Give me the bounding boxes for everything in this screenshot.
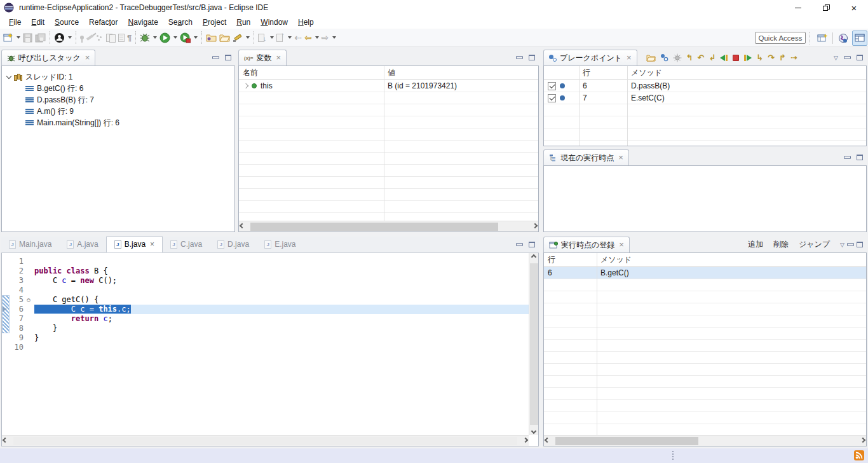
registration-close-icon[interactable]: × [619, 241, 624, 249]
resume-icon[interactable] [743, 52, 752, 64]
open-folder-icon[interactable] [646, 52, 656, 64]
new-dropdown[interactable] [17, 36, 20, 41]
open-perspective-icon[interactable] [815, 31, 830, 46]
step-return-icon[interactable]: ↱ [779, 52, 786, 64]
run-icon[interactable] [158, 30, 172, 45]
variables-maximize[interactable] [529, 55, 535, 60]
debug-dropdown[interactable] [153, 36, 157, 41]
debug-perspective-icon[interactable] [852, 31, 867, 46]
editor-maximize[interactable] [529, 242, 535, 247]
menu-file[interactable]: File [4, 17, 26, 28]
menu-refactor[interactable]: Refactor [84, 17, 123, 28]
breakpoint-row[interactable]: 7 E.setC(C) [544, 92, 866, 104]
marker-pen-icon[interactable] [231, 30, 244, 45]
registration-hscrollbar[interactable] [544, 435, 866, 446]
registration-maximize[interactable] [857, 242, 863, 247]
variables-close-icon[interactable]: × [276, 54, 281, 62]
show-whitespace-icon[interactable]: ¶ [126, 30, 133, 45]
external-tools-dropdown[interactable] [194, 36, 198, 41]
close-button[interactable]: × [840, 0, 868, 15]
step-back-return-icon[interactable]: ↲ [709, 52, 715, 64]
editor-tab-b-java[interactable]: J B.java × [106, 236, 163, 252]
variables-col-name[interactable]: 名前 [239, 67, 384, 78]
menu-run[interactable]: Run [231, 17, 255, 28]
java-perspective-icon[interactable] [836, 31, 851, 46]
menu-project[interactable]: Project [198, 17, 231, 28]
stack-frame-row[interactable]: D.passB(B) 行: 7 [2, 94, 234, 106]
run-dropdown[interactable] [173, 36, 177, 41]
code-lines[interactable]: 12public class B {3 C c = new C();45⊖ C … [2, 253, 529, 352]
current-point-tab[interactable]: 現在の実行時点 × [543, 149, 629, 165]
editor-tab-e-java[interactable]: J E.java [257, 236, 303, 252]
code-area[interactable]: 12public class B {3 C c = new C();45⊖ C … [2, 253, 529, 435]
call-stack-close-icon[interactable]: × [85, 54, 90, 62]
variables-minimize[interactable] [516, 56, 523, 59]
jump-button[interactable]: ジャンプ [795, 239, 834, 250]
debug-icon[interactable] [139, 30, 151, 45]
editor-tab-a-java[interactable]: J A.java [59, 236, 105, 252]
variables-tab[interactable]: (x)= 変数 × [238, 50, 287, 66]
user-account-icon[interactable] [53, 30, 66, 45]
feed-icon[interactable] [854, 450, 864, 460]
step-next-icon[interactable]: ⇢ [790, 52, 797, 64]
breakpoint-checkbox[interactable] [548, 82, 556, 90]
expander-open-icon[interactable] [6, 73, 11, 78]
skip-all-breakpoints-icon[interactable] [660, 52, 668, 64]
editor-hscrollbar[interactable] [2, 435, 529, 446]
trace-debug-icon[interactable] [673, 52, 682, 64]
external-tools-run-icon[interactable] [179, 30, 192, 45]
menu-window[interactable]: Window [255, 17, 293, 28]
variables-col-value[interactable]: 値 [384, 67, 395, 78]
registration-minimize[interactable] [847, 243, 854, 246]
add-button[interactable]: 追加 [744, 239, 767, 250]
back-icon[interactable]: ⇦ [303, 30, 313, 45]
delete-button[interactable]: 削除 [770, 239, 792, 250]
breakpoint-row[interactable]: 6 D.passB(B) [544, 80, 866, 92]
editor-tab-close-icon[interactable]: × [150, 240, 154, 249]
menu-edit[interactable]: Edit [26, 17, 50, 28]
variables-hscrollbar[interactable] [239, 221, 538, 232]
stack-frame-row[interactable]: Main.main(String[]) 行: 6 [2, 117, 234, 128]
menu-navigate[interactable]: Navigate [123, 17, 163, 28]
breakpoint-checkbox[interactable] [548, 94, 556, 102]
expander-closed-icon[interactable] [243, 83, 248, 88]
breakpoints-maximize[interactable] [857, 55, 863, 60]
quick-access-box[interactable]: Quick Access [755, 32, 806, 44]
registration-view-menu-icon[interactable]: ▽ [840, 242, 844, 248]
registration-row[interactable]: 6 B.getC() [544, 267, 866, 279]
registration-tab[interactable]: 実行時点の登録 × [543, 237, 630, 252]
current-point-close-icon[interactable]: × [618, 154, 623, 162]
call-stack-maximize[interactable] [225, 55, 231, 60]
terminate-icon[interactable] [733, 52, 739, 64]
breakpoints-view-menu-icon[interactable]: ▽ [834, 55, 838, 61]
menu-search[interactable]: Search [163, 17, 198, 28]
open-resource-icon[interactable] [218, 30, 231, 45]
backward-resume-icon[interactable] [720, 52, 728, 64]
editor-tab-main-java[interactable]: J Main.java [1, 236, 59, 252]
registration-col-line[interactable]: 行 [544, 254, 597, 265]
step-back-into-icon[interactable]: ↰ [686, 52, 693, 64]
editor-minimize[interactable] [516, 243, 523, 246]
new-wizard-icon[interactable] [2, 30, 15, 45]
editor-vscrollbar[interactable] [529, 253, 538, 435]
menu-source[interactable]: Source [50, 17, 84, 28]
drag-handle[interactable] [672, 451, 674, 452]
current-point-maximize[interactable] [857, 155, 863, 160]
variable-row[interactable]: this B (id = 2101973421) [239, 80, 538, 92]
call-stack-tab[interactable]: 呼び出しスタック × [1, 50, 95, 66]
thread-node[interactable]: スレッドID: 1 [2, 71, 234, 83]
back-dropdown[interactable] [315, 36, 319, 41]
step-over-icon[interactable]: ↷ [768, 52, 775, 64]
stack-frame-row[interactable]: B.getC() 行: 6 [2, 83, 234, 94]
user-dropdown[interactable] [68, 36, 72, 41]
menu-help[interactable]: Help [293, 17, 319, 28]
editor-tab-c-java[interactable]: J C.java [163, 236, 210, 252]
current-point-minimize[interactable] [844, 156, 851, 159]
minimize-button[interactable] [784, 0, 812, 15]
breakpoints-col-method[interactable]: メソッド [627, 67, 662, 78]
breakpoints-close-icon[interactable]: × [627, 54, 632, 62]
step-into-icon[interactable]: ↳ [756, 52, 763, 64]
marker-dropdown[interactable] [246, 36, 250, 41]
open-element-icon[interactable] [205, 30, 218, 45]
breakpoints-tab[interactable]: ブレークポイント × [543, 50, 637, 66]
